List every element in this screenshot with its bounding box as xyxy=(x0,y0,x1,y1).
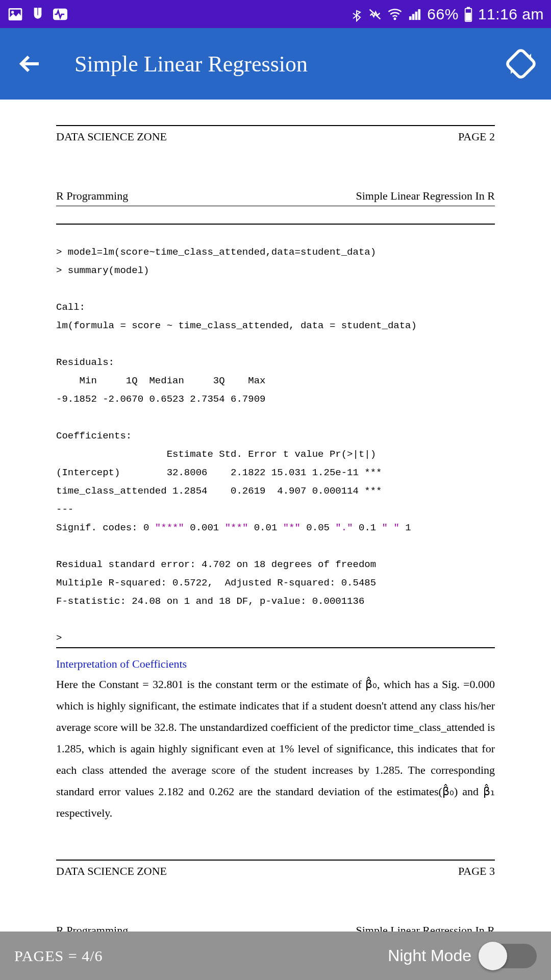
code-line: > xyxy=(56,632,62,644)
code-signif-line: Signif. codes: 0 "***" 0.001 "**" 0.01 "… xyxy=(56,522,411,533)
status-time: 11:16 am xyxy=(478,6,544,23)
svg-rect-6 xyxy=(413,14,415,20)
picture-icon xyxy=(7,6,23,22)
code-line: Coefficients: xyxy=(56,430,132,442)
topic-right-2: Simple Linear Regression In R xyxy=(356,924,495,932)
night-mode-toggle[interactable] xyxy=(481,944,537,968)
battery-icon xyxy=(464,7,473,22)
code-line: -9.1852 -2.0670 0.6523 2.7354 6.7909 xyxy=(56,394,265,405)
night-mode-label: Night Mode xyxy=(388,946,471,965)
bluetooth-icon xyxy=(350,8,363,20)
doc-header-left: DATA SCIENCE ZONE xyxy=(56,130,167,143)
toggle-knob xyxy=(479,942,507,970)
code-line: (Intercept) 32.8006 2.1822 15.031 1.25e-… xyxy=(56,467,382,478)
code-line: Residuals: xyxy=(56,357,114,368)
back-button[interactable] xyxy=(15,50,44,78)
topic-right: Simple Linear Regression In R xyxy=(356,189,495,203)
topic-left: R Programming xyxy=(56,189,128,203)
topic-row: R Programming Simple Linear Regression I… xyxy=(56,189,495,206)
magnet-icon xyxy=(30,6,46,22)
status-right-group: 66% 11:16 am xyxy=(350,6,544,23)
code-line: Multiple R-squared: 0.5722, Adjusted R-s… xyxy=(56,577,376,589)
svg-point-4 xyxy=(394,17,396,19)
code-line: time_class_attended 1.2854 0.2619 4.907 … xyxy=(56,485,382,497)
reader-bottom-bar: PAGES = 4/6 Night Mode xyxy=(0,932,551,980)
battery-percent: 66% xyxy=(427,6,459,23)
doc-header-left-2: DATA SCIENCE ZONE xyxy=(56,865,167,878)
interp-heading: Interpretation of Coefficients xyxy=(56,657,495,671)
status-left-icons xyxy=(7,6,68,22)
app-title: Simple Linear Regression xyxy=(74,51,308,77)
document-viewport[interactable]: DATA SCIENCE ZONE PAGE 2 R Programming S… xyxy=(0,100,551,932)
code-line: > model=lm(score~time_class_attended,dat… xyxy=(56,247,376,258)
interp-paragraph: Here the Constant = 32.801 is the consta… xyxy=(56,674,495,824)
code-bottom-rule xyxy=(56,647,495,648)
vibrate-icon xyxy=(368,7,382,21)
code-line: Estimate Std. Error t value Pr(>|t|) xyxy=(56,449,376,460)
doc-page3-label: PAGE 3 xyxy=(458,865,495,878)
signal-icon xyxy=(408,7,422,21)
night-mode-group: Night Mode xyxy=(388,944,537,968)
r-output-block: > model=lm(score~time_class_attended,dat… xyxy=(56,225,495,647)
svg-point-1 xyxy=(12,11,14,13)
svg-rect-13 xyxy=(506,49,536,79)
wifi-icon xyxy=(387,7,403,22)
topic-row-2: R Programming Simple Linear Regression I… xyxy=(56,924,495,932)
page3-header: DATA SCIENCE ZONE PAGE 3 xyxy=(56,861,495,878)
code-line: --- xyxy=(56,504,73,515)
svg-rect-5 xyxy=(410,16,412,19)
pages-indicator: PAGES = 4/6 xyxy=(14,947,103,965)
doc-page2-label: PAGE 2 xyxy=(458,130,495,143)
code-line: Residual standard error: 4.702 on 18 deg… xyxy=(56,559,376,570)
code-line: Call: xyxy=(56,302,85,313)
app-bar: Simple Linear Regression xyxy=(0,28,551,100)
code-line: Min 1Q Median 3Q Max xyxy=(56,375,265,386)
code-line: > summary(model) xyxy=(56,265,149,276)
code-line: F-statistic: 24.08 on 1 and 18 DF, p-val… xyxy=(56,596,364,607)
android-status-bar: 66% 11:16 am xyxy=(0,0,551,28)
svg-rect-10 xyxy=(467,7,469,9)
svg-rect-11 xyxy=(466,13,471,20)
svg-rect-7 xyxy=(416,12,418,19)
topic-left-2: R Programming xyxy=(56,924,128,932)
svg-rect-8 xyxy=(418,9,420,19)
activity-icon xyxy=(52,6,68,22)
page2-header: DATA SCIENCE ZONE PAGE 2 xyxy=(56,126,495,143)
rotate-button[interactable] xyxy=(505,48,537,80)
code-line: lm(formula = score ~ time_class_attended… xyxy=(56,320,417,331)
